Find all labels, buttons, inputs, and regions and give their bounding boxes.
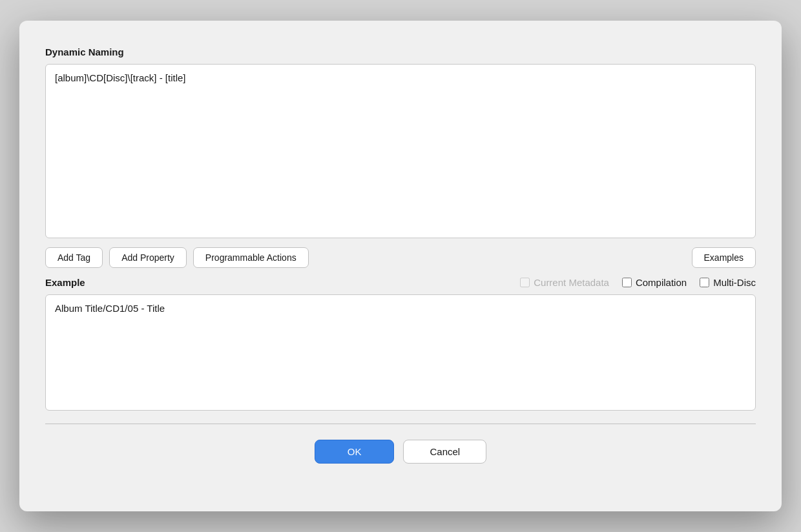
dynamic-naming-label: Dynamic Naming [45,46,756,57]
naming-input[interactable]: [album]\CD[Disc]\[track] - [title] [45,64,756,238]
compilation-checkbox[interactable] [622,278,632,287]
current-metadata-checkbox[interactable] [520,278,530,287]
divider [45,424,756,424]
buttons-row: Add Tag Add Property Programmable Action… [45,247,756,268]
dialog: Dynamic Naming [album]\CD[Disc]\[track] … [19,21,782,511]
cancel-button[interactable]: Cancel [403,440,486,464]
compilation-label: Compilation [636,277,687,288]
action-buttons-row: OK Cancel [45,440,756,464]
checkboxes-group: Current Metadata Compilation Multi-Disc [520,277,756,288]
example-label: Example [45,277,97,288]
add-tag-button[interactable]: Add Tag [45,247,103,268]
compilation-checkbox-item: Compilation [622,277,687,288]
add-property-button[interactable]: Add Property [109,247,187,268]
example-output: Album Title/CD1/05 - Title [45,294,756,411]
ok-button[interactable]: OK [315,440,395,464]
current-metadata-label: Current Metadata [534,277,609,288]
examples-button[interactable]: Examples [692,247,756,268]
current-metadata-checkbox-item: Current Metadata [520,277,609,288]
example-row: Example Current Metadata Compilation Mul… [45,277,756,288]
multi-disc-checkbox[interactable] [700,278,709,287]
multi-disc-label: Multi-Disc [713,277,756,288]
multi-disc-checkbox-item: Multi-Disc [700,277,756,288]
programmable-actions-button[interactable]: Programmable Actions [193,247,309,268]
